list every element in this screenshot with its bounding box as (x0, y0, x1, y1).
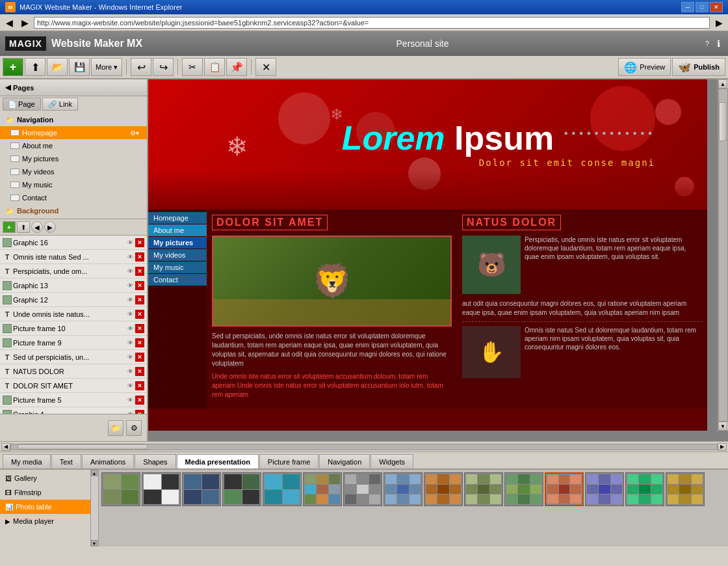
tab-link[interactable]: 🔗 Link (42, 98, 78, 111)
scroll-up-btn[interactable]: ▲ (718, 79, 727, 88)
media-item-media-player[interactable]: ▶ Media player (0, 514, 90, 528)
eye-icon[interactable]: 👁 (125, 367, 135, 376)
forward-icon[interactable]: ▶ (18, 16, 31, 29)
add-button[interactable]: + (3, 58, 23, 76)
settings-btn[interactable]: ⚙ (126, 420, 142, 436)
delete-icon[interactable]: ✕ (135, 252, 144, 262)
nav-item-pictures[interactable]: My pictures (0, 152, 147, 165)
delete-icon[interactable]: ✕ (135, 381, 144, 390)
help-button[interactable]: ? (703, 38, 712, 49)
layer-item[interactable]: Picture frame 10 👁 ✕ (0, 321, 147, 336)
h-scroll-thumb[interactable] (18, 444, 148, 450)
upload-button[interactable]: ⬆ (25, 58, 46, 76)
redo-button[interactable]: ↪ (153, 58, 174, 76)
scroll-thumb[interactable] (719, 102, 727, 141)
media-thumb-14[interactable] (625, 472, 664, 506)
delete-icon[interactable]: ✕ (135, 338, 144, 347)
media-thumb-13[interactable] (585, 472, 624, 506)
nav-menu-pictures[interactable]: My pictures (148, 237, 207, 249)
tab-widgets[interactable]: Widgets (370, 454, 413, 468)
media-thumb-6[interactable] (303, 472, 342, 506)
add-layer-btn[interactable]: + (3, 221, 16, 233)
open-button[interactable]: 📂 (47, 58, 68, 76)
media-thumb-8[interactable] (384, 472, 422, 506)
next-btn[interactable]: ▶ (44, 221, 56, 233)
settings-icon[interactable]: ⚙▾ (127, 129, 142, 137)
maximize-button[interactable]: □ (696, 2, 708, 12)
list-scrollbar[interactable]: ▲ ▼ (91, 470, 99, 546)
nav-menu-about[interactable]: About me (148, 224, 207, 236)
tab-navigation[interactable]: Navigation (319, 454, 370, 468)
publish-button[interactable]: 🦋 Publish (672, 58, 725, 76)
eye-icon[interactable]: 👁 (125, 381, 135, 390)
media-thumb-12[interactable] (545, 472, 584, 506)
delete-icon[interactable]: ✕ (135, 295, 144, 304)
layer-item[interactable]: Graphic 16 👁 ✕ (0, 236, 147, 250)
eye-icon[interactable]: 👁 (125, 267, 135, 276)
media-item-gallery[interactable]: 🖼 Gallery (0, 471, 90, 485)
nav-item-contact[interactable]: Contact (0, 191, 147, 204)
scroll-right-btn[interactable]: ▶ (718, 443, 727, 451)
delete-button[interactable]: ✕ (255, 58, 276, 76)
layer-item[interactable]: Graphic 4 👁 ✕ (0, 407, 147, 414)
cut-button[interactable]: ✂ (182, 58, 203, 76)
eye-icon[interactable]: 👁 (125, 353, 135, 362)
delete-icon[interactable]: ✕ (135, 238, 144, 247)
layer-item[interactable]: Graphic 13 👁 ✕ (0, 278, 147, 293)
media-thumb-3[interactable] (182, 472, 221, 506)
undo-button[interactable]: ↩ (131, 58, 151, 76)
eye-icon[interactable]: 👁 (125, 324, 135, 333)
media-thumb-10[interactable] (464, 472, 503, 506)
paste-button[interactable]: 📌 (226, 58, 247, 76)
preview-button[interactable]: 🌐 Preview (618, 58, 671, 76)
scroll-track[interactable] (718, 88, 728, 422)
vertical-scrollbar[interactable]: ▲ ▼ (718, 79, 728, 431)
media-thumb-5[interactable] (263, 472, 302, 506)
media-thumb-11[interactable] (504, 472, 543, 506)
nav-item-homepage[interactable]: Homepage ⚙▾ (0, 126, 147, 139)
delete-icon[interactable]: ✕ (135, 267, 144, 276)
layer-item[interactable]: T Unde omnis iste natus... 👁 ✕ (0, 307, 147, 321)
nav-menu-contact[interactable]: Contact (148, 274, 207, 286)
h-scroll-track[interactable] (10, 444, 718, 450)
info-button[interactable]: ℹ (714, 37, 723, 50)
layer-item[interactable]: Picture frame 5 👁 ✕ (0, 393, 147, 407)
eye-icon[interactable]: 👁 (125, 310, 135, 319)
close-button[interactable]: ✕ (710, 2, 723, 12)
address-input[interactable] (34, 17, 710, 29)
layer-item[interactable]: T NATUS DOLOR 👁 ✕ (0, 364, 147, 379)
prev-btn[interactable]: ◀ (31, 221, 43, 233)
eye-icon[interactable]: 👁 (125, 396, 135, 405)
nav-menu-music[interactable]: My music (148, 262, 207, 273)
tab-shapes[interactable]: Shapes (135, 454, 176, 468)
more-button[interactable]: More ▾ (91, 58, 122, 76)
back-icon[interactable]: ◀ (3, 16, 16, 29)
tab-animations[interactable]: Animations (82, 454, 134, 468)
delete-icon[interactable]: ✕ (135, 396, 144, 405)
nav-item-videos[interactable]: My videos (0, 165, 147, 178)
folder-btn[interactable]: 📁 (108, 420, 124, 436)
eye-icon[interactable]: 👁 (125, 281, 135, 290)
media-thumb-4[interactable] (222, 472, 261, 506)
tab-media-presentation[interactable]: Media presentation (177, 454, 259, 468)
tab-text[interactable]: Text (51, 454, 81, 468)
media-thumb-7[interactable] (343, 472, 382, 506)
eye-icon[interactable]: 👁 (125, 252, 135, 262)
delete-icon[interactable]: ✕ (135, 367, 144, 376)
move-up-btn[interactable]: ⬆ (17, 221, 30, 233)
eye-icon[interactable]: 👁 (125, 238, 135, 247)
delete-icon[interactable]: ✕ (135, 353, 144, 362)
media-thumb-9[interactable] (424, 472, 463, 506)
nav-menu-homepage[interactable]: Homepage (148, 212, 207, 224)
horizontal-scrollbar[interactable]: ◀ ▶ (0, 441, 728, 451)
eye-icon[interactable]: 👁 (125, 338, 135, 347)
media-item-filmstrip[interactable]: 🎞 Filmstrip (0, 485, 90, 500)
layer-item[interactable]: T Perspiciatis, unde om... 👁 ✕ (0, 264, 147, 278)
delete-icon[interactable]: ✕ (135, 281, 144, 290)
delete-icon[interactable]: ✕ (135, 310, 144, 319)
minimize-button[interactable]: ─ (681, 2, 694, 12)
nav-menu-videos[interactable]: My videos (148, 249, 207, 261)
nav-item-music[interactable]: My music (0, 178, 147, 191)
scroll-left-btn[interactable]: ◀ (1, 443, 10, 451)
scroll-down-btn[interactable]: ▼ (718, 422, 727, 431)
